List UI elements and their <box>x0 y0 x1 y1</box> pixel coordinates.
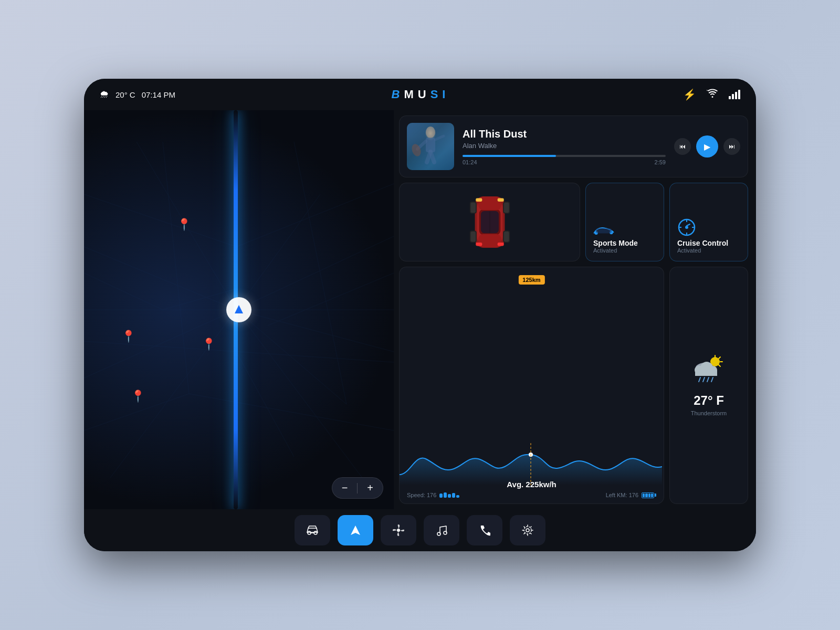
zoom-out-button[interactable]: − <box>332 478 358 498</box>
chart-card: 125km <box>399 267 664 504</box>
svg-line-5 <box>236 310 346 404</box>
svg-line-17 <box>236 310 362 478</box>
play-button[interactable]: ▶ <box>696 135 718 158</box>
svg-line-18 <box>84 273 163 310</box>
signal-icon <box>729 90 740 99</box>
avg-speed: Avg. 225kw/h <box>507 480 556 489</box>
logo: B M U S I <box>392 88 449 101</box>
svg-line-64 <box>719 365 720 366</box>
svg-rect-43 <box>470 203 476 213</box>
music-info: All This Dust Alan Walke 01:24 2:59 <box>463 128 666 165</box>
artist-name: Alan Walke <box>463 142 666 150</box>
svg-line-20 <box>268 273 394 326</box>
speed-chart <box>400 443 662 485</box>
svg-rect-38 <box>497 243 503 246</box>
svg-line-70 <box>699 377 700 382</box>
current-time: 01:24 <box>463 159 477 165</box>
svg-point-81 <box>524 527 531 534</box>
header-center: B M U S I <box>392 88 449 101</box>
prev-button[interactable]: ⏮ <box>674 138 691 155</box>
svg-line-28 <box>435 136 444 140</box>
weather-small-icon: 🌨 <box>100 89 109 100</box>
weather-icon <box>693 354 724 389</box>
speed-label: Speed: 176 <box>407 492 436 498</box>
logo-s: S <box>430 88 442 101</box>
right-panel: All This Dust Alan Walke 01:24 2:59 ⏮ <box>394 110 756 509</box>
km-badge-wrap: 125km <box>518 275 544 284</box>
svg-line-8 <box>236 310 394 352</box>
location-marker <box>226 297 251 322</box>
battery-icon <box>642 492 656 498</box>
poi-marker-1: 📍 <box>177 218 191 232</box>
logo-u: U <box>418 88 429 101</box>
nav-phone-button[interactable] <box>467 515 502 545</box>
car-top-view <box>461 188 519 256</box>
nav-music-button[interactable] <box>424 515 459 545</box>
main-content: 📍 📍 📍 📍 − + <box>84 110 756 509</box>
svg-rect-46 <box>503 232 509 242</box>
car-row: Sports Mode Activated <box>399 183 748 261</box>
poi-marker-4: 📍 <box>202 338 216 351</box>
location-arrow <box>235 305 243 313</box>
logo-i: I <box>442 88 448 101</box>
music-card: All This Dust Alan Walke 01:24 2:59 ⏮ <box>399 116 748 177</box>
nav-fan-button[interactable] <box>381 515 416 545</box>
poi-marker-3: 📍 <box>131 390 145 403</box>
zoom-in-button[interactable]: + <box>358 478 383 498</box>
svg-line-72 <box>707 377 709 382</box>
svg-rect-50 <box>596 228 612 234</box>
logo-m: M <box>404 88 416 101</box>
svg-line-62 <box>719 357 720 359</box>
album-art <box>407 123 454 170</box>
chart-bottom: Speed: 176 Left KM: 176 <box>407 492 656 498</box>
speed-info: Speed: 176 <box>407 492 459 498</box>
svg-rect-45 <box>503 203 509 213</box>
weather-desc: Thunderstorm <box>691 410 727 416</box>
header-left: 🌨 20° C 07:14 PM <box>100 89 175 100</box>
header: 🌨 20° C 07:14 PM B M U S I ⚡ <box>84 79 756 110</box>
sports-mode-card[interactable]: Sports Mode Activated <box>585 183 664 261</box>
svg-point-79 <box>444 531 447 534</box>
nav-settings-button[interactable] <box>510 515 545 545</box>
song-title: All This Dust <box>463 128 666 140</box>
svg-line-21 <box>236 352 294 457</box>
svg-point-22 <box>426 127 435 138</box>
svg-line-19 <box>163 289 236 310</box>
nav-navigation-button[interactable] <box>338 515 373 545</box>
time-label: 07:14 PM <box>142 90 175 99</box>
progress-bar[interactable] <box>463 155 666 157</box>
svg-line-13 <box>163 142 189 394</box>
svg-line-10 <box>236 184 394 247</box>
svg-point-78 <box>437 532 440 536</box>
svg-rect-33 <box>478 196 501 210</box>
sports-mode-title: Sports Mode <box>593 239 638 247</box>
chart-row: 125km <box>399 267 748 504</box>
sports-mode-icon <box>593 224 614 239</box>
svg-point-77 <box>397 529 400 532</box>
sports-mode-status: Activated <box>593 247 617 254</box>
svg-point-80 <box>526 529 529 532</box>
svg-line-7 <box>236 194 320 310</box>
zoom-controls[interactable]: − + <box>332 477 383 499</box>
svg-point-74 <box>308 531 311 534</box>
music-controls: ⏮ ▶ ⏭ <box>674 135 740 158</box>
svg-line-9 <box>84 194 236 247</box>
next-button[interactable]: ⏭ <box>723 138 740 155</box>
svg-rect-44 <box>470 232 476 242</box>
progress-section: 01:24 2:59 <box>463 155 666 165</box>
svg-rect-35 <box>476 198 482 202</box>
nav-car-button[interactable] <box>295 515 330 545</box>
device-frame: 🌨 20° C 07:14 PM B M U S I ⚡ <box>84 79 756 551</box>
weather-card: 27° F Thunderstorm <box>669 267 748 504</box>
cruise-control-icon <box>677 218 696 239</box>
wifi-icon <box>707 89 718 101</box>
total-time: 2:59 <box>655 159 666 165</box>
map-area[interactable]: 📍 📍 📍 📍 − + <box>84 110 394 509</box>
cruise-control-title: Cruise Control <box>677 239 728 247</box>
svg-line-57 <box>687 224 690 226</box>
svg-rect-69 <box>695 370 717 376</box>
cruise-control-status: Activated <box>677 247 701 254</box>
weather-temp: 27° F <box>694 393 724 408</box>
cruise-control-card[interactable]: Cruise Control Activated <box>669 183 748 261</box>
svg-line-73 <box>711 377 713 382</box>
